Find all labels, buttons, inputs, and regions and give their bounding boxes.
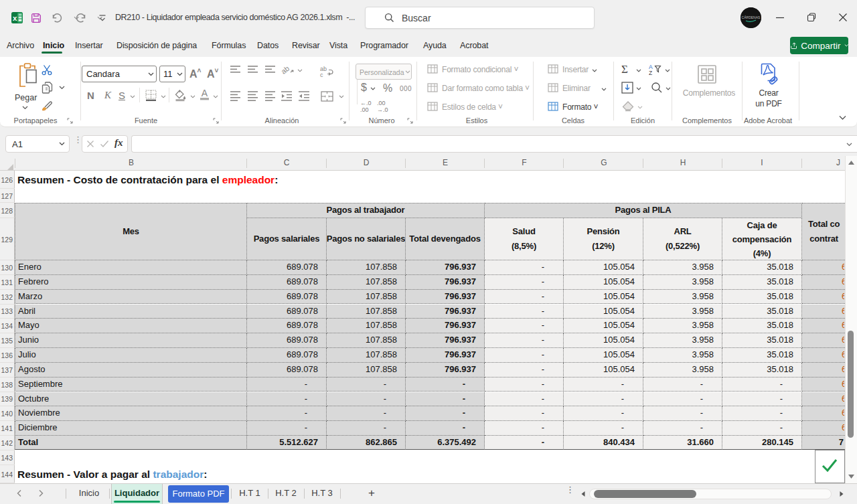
svg-text:A: A (202, 88, 208, 98)
svg-text:CÁRDENAS: CÁRDENAS (742, 15, 761, 19)
svg-text:c: c (320, 72, 323, 78)
svg-text:x: x (13, 14, 17, 22)
svg-text:Z: Z (649, 70, 652, 76)
svg-text:ab: ab (281, 64, 291, 76)
